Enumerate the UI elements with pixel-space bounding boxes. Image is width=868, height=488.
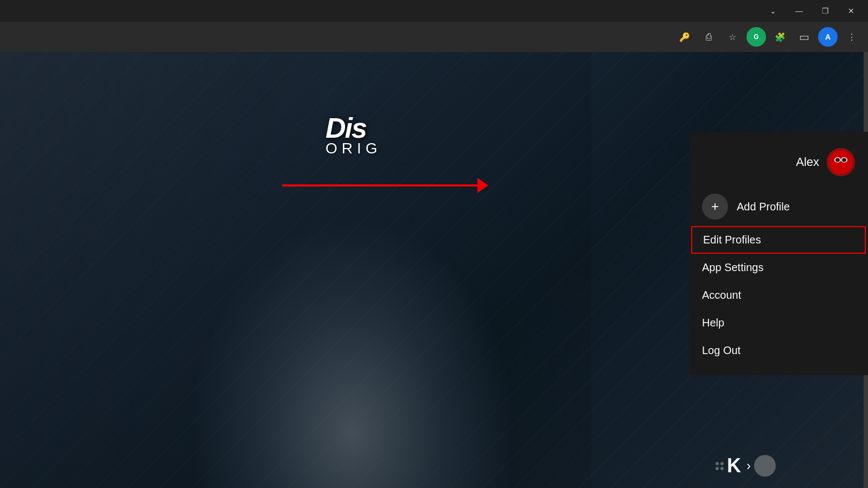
k-dot-2 — [720, 462, 724, 465]
help-item[interactable]: Help — [689, 309, 868, 337]
close-icon: ✕ — [848, 7, 854, 15]
app-settings-label: App Settings — [702, 261, 763, 273]
k-dots — [716, 462, 724, 470]
share-icon[interactable]: ⎙ — [699, 27, 718, 47]
k-dot-4 — [720, 467, 724, 470]
main-content: Dis ORIG Alex — [0, 52, 868, 488]
chevron-down-icon: ⌄ — [770, 7, 776, 15]
profile-avatar[interactable] — [827, 148, 855, 176]
disney-plus-logo: Dis — [326, 112, 382, 144]
dropdown-menu: Alex — [689, 132, 868, 375]
k-letter: K — [727, 454, 741, 477]
bookmark-icon[interactable]: ☆ — [723, 27, 742, 47]
account-label: Account — [702, 289, 741, 301]
profile-header: Alex — [689, 143, 868, 187]
k-widget[interactable]: K › — [716, 454, 776, 477]
originals-text: ORIG — [326, 140, 382, 157]
grammarly-label: G — [754, 33, 758, 41]
red-arrow-indicator — [282, 178, 488, 193]
close-button[interactable]: ✕ — [839, 2, 864, 20]
grammarly-icon[interactable]: G — [746, 27, 766, 47]
browser-menu-icon[interactable]: ⋮ — [842, 27, 861, 47]
minimize-button[interactable]: — — [787, 2, 812, 20]
disney-logo-area: Dis ORIG — [326, 112, 382, 157]
add-profile-circle: + — [702, 194, 728, 220]
arrow-head — [477, 178, 488, 193]
arrow-line — [282, 184, 477, 187]
k-chevron-right-icon: › — [746, 458, 751, 473]
k-circle — [754, 455, 776, 477]
minimize-icon: — — [795, 7, 803, 15]
profile-button[interactable]: A — [818, 27, 838, 47]
restore-button[interactable]: ❐ — [813, 2, 838, 20]
chevron-button[interactable]: ⌄ — [761, 2, 786, 20]
browser-toolbar: 🔑 ⎙ ☆ G 🧩 ▭ A ⋮ — [0, 22, 868, 52]
edit-profiles-label: Edit Profiles — [703, 234, 761, 246]
restore-icon: ❐ — [822, 7, 829, 15]
profile-name: Alex — [796, 155, 819, 169]
k-dot-1 — [716, 462, 719, 465]
add-profile-label: Add Profile — [737, 201, 790, 213]
add-profile-row[interactable]: + Add Profile — [689, 187, 868, 226]
extensions-icon[interactable]: 🧩 — [770, 27, 790, 47]
log-out-label: Log Out — [702, 344, 741, 356]
profile-initial: A — [825, 33, 831, 41]
help-label: Help — [702, 317, 724, 329]
app-settings-item[interactable]: App Settings — [689, 254, 868, 281]
spiderman-avatar-icon — [827, 148, 855, 176]
plus-icon: + — [711, 199, 719, 214]
password-manager-icon[interactable]: 🔑 — [675, 27, 694, 47]
stormtrooper-area — [190, 217, 515, 488]
account-item[interactable]: Account — [689, 281, 868, 309]
sidebar-icon[interactable]: ▭ — [794, 27, 814, 47]
edit-profiles-item[interactable]: Edit Profiles — [691, 226, 866, 254]
log-out-item[interactable]: Log Out — [689, 337, 868, 364]
browser-titlebar: ⌄ — ❐ ✕ — [0, 0, 868, 22]
k-dot-3 — [716, 467, 719, 470]
